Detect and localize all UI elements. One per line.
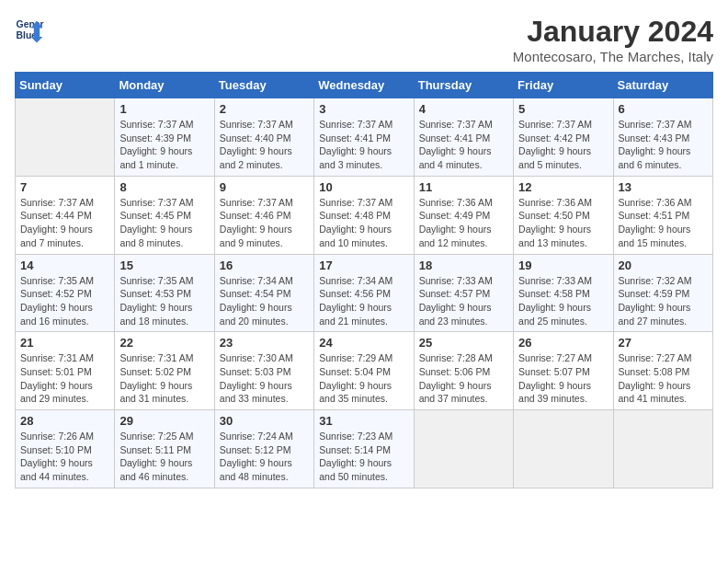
day-number: 30 — [220, 414, 309, 428]
day-cell: 28Sunrise: 7:26 AM Sunset: 5:10 PM Dayli… — [16, 410, 115, 488]
day-cell: 11Sunrise: 7:36 AM Sunset: 4:49 PM Dayli… — [414, 176, 513, 254]
day-info: Sunrise: 7:37 AM Sunset: 4:41 PM Dayligh… — [419, 118, 508, 172]
day-cell: 22Sunrise: 7:31 AM Sunset: 5:02 PM Dayli… — [115, 332, 214, 410]
day-cell: 14Sunrise: 7:35 AM Sunset: 4:52 PM Dayli… — [16, 254, 115, 332]
day-info: Sunrise: 7:37 AM Sunset: 4:46 PM Dayligh… — [220, 196, 309, 250]
day-info: Sunrise: 7:28 AM Sunset: 5:06 PM Dayligh… — [419, 351, 508, 406]
day-number: 27 — [619, 336, 708, 350]
day-number: 13 — [619, 180, 708, 194]
calendar-header: Sunday Monday Tuesday Wednesday Thursday… — [16, 73, 713, 98]
day-cell — [514, 410, 613, 488]
day-number: 3 — [319, 102, 408, 116]
day-number: 12 — [518, 180, 608, 194]
day-cell: 15Sunrise: 7:35 AM Sunset: 4:53 PM Dayli… — [115, 254, 214, 332]
day-cell: 20Sunrise: 7:32 AM Sunset: 4:59 PM Dayli… — [613, 254, 712, 332]
day-info: Sunrise: 7:37 AM Sunset: 4:44 PM Dayligh… — [20, 196, 109, 250]
day-info: Sunrise: 7:34 AM Sunset: 4:56 PM Dayligh… — [319, 274, 408, 328]
day-cell: 19Sunrise: 7:33 AM Sunset: 4:58 PM Dayli… — [514, 254, 613, 332]
calendar-title: January 2024 — [513, 15, 713, 49]
day-number: 11 — [419, 180, 508, 194]
day-info: Sunrise: 7:27 AM Sunset: 5:08 PM Dayligh… — [619, 351, 708, 406]
day-cell: 9Sunrise: 7:37 AM Sunset: 4:46 PM Daylig… — [214, 176, 313, 254]
week-row-3: 21Sunrise: 7:31 AM Sunset: 5:01 PM Dayli… — [16, 332, 713, 410]
day-cell: 24Sunrise: 7:29 AM Sunset: 5:04 PM Dayli… — [314, 332, 414, 410]
day-cell: 30Sunrise: 7:24 AM Sunset: 5:12 PM Dayli… — [214, 410, 313, 488]
header-sunday: Sunday — [16, 73, 115, 98]
day-info: Sunrise: 7:31 AM Sunset: 5:02 PM Dayligh… — [119, 351, 209, 406]
day-number: 8 — [119, 180, 209, 194]
day-cell: 1Sunrise: 7:37 AM Sunset: 4:39 PM Daylig… — [115, 98, 214, 177]
day-number: 20 — [619, 259, 708, 272]
day-info: Sunrise: 7:33 AM Sunset: 4:58 PM Dayligh… — [518, 274, 608, 328]
day-cell: 18Sunrise: 7:33 AM Sunset: 4:57 PM Dayli… — [414, 254, 513, 332]
day-number: 16 — [220, 259, 309, 272]
day-number: 24 — [319, 336, 408, 350]
calendar-subtitle: Montecosaro, The Marches, Italy — [513, 49, 713, 64]
day-info: Sunrise: 7:37 AM Sunset: 4:45 PM Dayligh… — [119, 196, 209, 250]
day-cell: 8Sunrise: 7:37 AM Sunset: 4:45 PM Daylig… — [115, 176, 214, 254]
logo: General Blue — [15, 15, 44, 44]
day-cell: 29Sunrise: 7:25 AM Sunset: 5:11 PM Dayli… — [115, 410, 214, 488]
day-info: Sunrise: 7:37 AM Sunset: 4:39 PM Dayligh… — [119, 118, 209, 172]
day-number: 9 — [220, 180, 309, 194]
day-cell: 27Sunrise: 7:27 AM Sunset: 5:08 PM Dayli… — [613, 332, 712, 410]
day-info: Sunrise: 7:27 AM Sunset: 5:07 PM Dayligh… — [518, 351, 608, 406]
day-cell: 16Sunrise: 7:34 AM Sunset: 4:54 PM Dayli… — [214, 254, 313, 332]
day-number: 5 — [518, 102, 608, 116]
day-number: 17 — [319, 259, 408, 272]
day-info: Sunrise: 7:35 AM Sunset: 4:53 PM Dayligh… — [119, 274, 209, 328]
week-row-2: 14Sunrise: 7:35 AM Sunset: 4:52 PM Dayli… — [16, 254, 713, 332]
day-cell: 4Sunrise: 7:37 AM Sunset: 4:41 PM Daylig… — [414, 98, 513, 177]
day-info: Sunrise: 7:36 AM Sunset: 4:50 PM Dayligh… — [518, 196, 608, 250]
day-info: Sunrise: 7:37 AM Sunset: 4:43 PM Dayligh… — [619, 118, 708, 172]
day-number: 25 — [419, 336, 508, 350]
day-cell: 3Sunrise: 7:37 AM Sunset: 4:41 PM Daylig… — [314, 98, 414, 177]
day-number: 31 — [319, 414, 408, 428]
calendar-table: Sunday Monday Tuesday Wednesday Thursday… — [15, 72, 713, 488]
day-number: 10 — [319, 180, 408, 194]
day-info: Sunrise: 7:30 AM Sunset: 5:03 PM Dayligh… — [220, 351, 309, 406]
day-cell: 6Sunrise: 7:37 AM Sunset: 4:43 PM Daylig… — [613, 98, 712, 177]
day-info: Sunrise: 7:37 AM Sunset: 4:42 PM Dayligh… — [518, 118, 608, 172]
day-info: Sunrise: 7:31 AM Sunset: 5:01 PM Dayligh… — [20, 351, 109, 406]
day-cell: 25Sunrise: 7:28 AM Sunset: 5:06 PM Dayli… — [414, 332, 513, 410]
day-cell: 10Sunrise: 7:37 AM Sunset: 4:48 PM Dayli… — [314, 176, 414, 254]
day-cell — [414, 410, 513, 488]
calendar-body: 1Sunrise: 7:37 AM Sunset: 4:39 PM Daylig… — [16, 98, 713, 488]
day-info: Sunrise: 7:36 AM Sunset: 4:49 PM Dayligh… — [419, 196, 508, 250]
header-saturday: Saturday — [613, 73, 712, 98]
day-number: 6 — [619, 102, 708, 116]
logo-icon: General Blue — [15, 15, 44, 44]
header-friday: Friday — [514, 73, 613, 98]
day-cell — [613, 410, 712, 488]
day-info: Sunrise: 7:34 AM Sunset: 4:54 PM Dayligh… — [220, 274, 309, 328]
day-number: 4 — [419, 102, 508, 116]
day-number: 1 — [119, 102, 209, 116]
header-monday: Monday — [115, 73, 214, 98]
day-number: 21 — [20, 336, 109, 350]
day-number: 7 — [20, 180, 109, 194]
header-wednesday: Wednesday — [314, 73, 414, 98]
day-number: 22 — [119, 336, 209, 350]
header-thursday: Thursday — [414, 73, 513, 98]
day-number: 15 — [119, 259, 209, 272]
day-info: Sunrise: 7:33 AM Sunset: 4:57 PM Dayligh… — [419, 274, 508, 328]
week-row-0: 1Sunrise: 7:37 AM Sunset: 4:39 PM Daylig… — [16, 98, 713, 177]
day-info: Sunrise: 7:24 AM Sunset: 5:12 PM Dayligh… — [220, 430, 309, 484]
day-cell: 13Sunrise: 7:36 AM Sunset: 4:51 PM Dayli… — [613, 176, 712, 254]
day-cell: 2Sunrise: 7:37 AM Sunset: 4:40 PM Daylig… — [214, 98, 313, 177]
day-info: Sunrise: 7:36 AM Sunset: 4:51 PM Dayligh… — [619, 196, 708, 250]
day-number: 29 — [119, 414, 209, 428]
day-number: 18 — [419, 259, 508, 272]
day-number: 14 — [20, 259, 109, 272]
title-area: January 2024 Montecosaro, The Marches, I… — [513, 15, 713, 64]
day-cell: 7Sunrise: 7:37 AM Sunset: 4:44 PM Daylig… — [16, 176, 115, 254]
day-cell: 31Sunrise: 7:23 AM Sunset: 5:14 PM Dayli… — [314, 410, 414, 488]
day-info: Sunrise: 7:37 AM Sunset: 4:40 PM Dayligh… — [220, 118, 309, 172]
day-cell: 12Sunrise: 7:36 AM Sunset: 4:50 PM Dayli… — [514, 176, 613, 254]
day-cell: 26Sunrise: 7:27 AM Sunset: 5:07 PM Dayli… — [514, 332, 613, 410]
day-info: Sunrise: 7:23 AM Sunset: 5:14 PM Dayligh… — [319, 430, 408, 484]
day-cell: 21Sunrise: 7:31 AM Sunset: 5:01 PM Dayli… — [16, 332, 115, 410]
day-cell: 17Sunrise: 7:34 AM Sunset: 4:56 PM Dayli… — [314, 254, 414, 332]
day-info: Sunrise: 7:29 AM Sunset: 5:04 PM Dayligh… — [319, 351, 408, 406]
